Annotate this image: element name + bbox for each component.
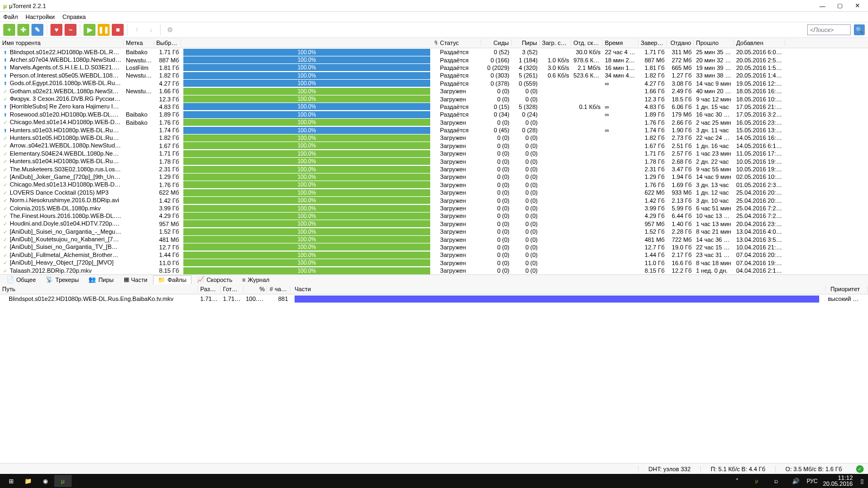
cell-done: 3.99 Гб [639, 205, 667, 211]
col-ul[interactable]: Отд. скор... [571, 40, 603, 46]
done-icon: ✓ [2, 190, 9, 196]
move-down-button[interactable]: ↓ [145, 24, 157, 36]
fcol-pct[interactable]: % [244, 286, 267, 292]
tab-files[interactable]: 📁Файлы [153, 275, 192, 284]
add-torrent-button[interactable]: + [3, 24, 15, 36]
table-row[interactable]: ✓Chicago.Med.s01e14.HD1080p.WEB-DL.Rus.E… [0, 119, 868, 126]
table-row[interactable]: ✓[AniDub]_Fullmetal_Alchemist_Brotherhoo… [0, 251, 868, 259]
remove-button[interactable]: ♥ [50, 24, 62, 36]
col-eta[interactable]: Время [603, 40, 639, 46]
cell-progress: 100.0% [181, 103, 432, 110]
cell-sel: 1.71 Гб [154, 150, 181, 157]
table-row[interactable]: ✓Arrow..s04e21.WEBDL.1080p.NewStudio.TV.… [0, 142, 868, 150]
table-row[interactable]: ✓Chicago.Med.s01e13.HD1080p.WEB-DL.Rus.E… [0, 181, 868, 189]
col-pct[interactable]: % [432, 40, 438, 46]
col-label[interactable]: Метка [124, 40, 154, 46]
pause-button[interactable]: ❚❚ [98, 24, 110, 36]
menubar: Файл Настройки Справка [0, 12, 868, 22]
fcol-path[interactable]: Путь [0, 286, 198, 292]
col-status[interactable]: Статус [438, 40, 481, 46]
table-row[interactable]: ⬆Archer.s07e04.WEBDL.1080p.NewStudio.TV.… [0, 56, 868, 63]
table-row[interactable]: ⬆Blindspot.s01e22.HD1080p.WEB-DL.Rus.Eng… [0, 48, 868, 56]
col-seeds[interactable]: Сиды [481, 40, 512, 46]
cell-name: ✓Hunters.s01e05.HD1080p.WEB-DL.Rus.Eng.B… [0, 134, 124, 142]
menu-help[interactable]: Справка [62, 14, 86, 20]
table-row[interactable]: ✓Gotham.s02e21.WEBDL.1080p.NewStudio.TV.… [0, 87, 868, 95]
cell-from: 5.99 Гб [667, 205, 694, 211]
table-row[interactable]: ✓Colonia.2015.WEB-DL.1080p.mkv3.99 Гб100… [0, 204, 868, 212]
move-up-button[interactable]: ↑ [131, 24, 143, 36]
table-row[interactable]: ✓[AniDub]_Suisei_no_Gargantia_-_Meguru_K… [0, 228, 868, 235]
table-row[interactable]: ✓Houdini.and.Doyle.s01e04.HDTV.720p.NewS… [0, 220, 868, 228]
cell-peers: 0 (0) [512, 182, 540, 188]
table-row[interactable]: ✓Hunters.s01e04.HD1080p.WEB-DL.Rus.Eng.B… [0, 157, 868, 165]
tab-pieces[interactable]: ▦Части [119, 275, 152, 284]
cell-done: 1.52 Гб [639, 228, 667, 235]
fcol-ready[interactable]: Готово [221, 286, 244, 292]
col-done[interactable]: Завершено [639, 40, 667, 46]
maximize-button[interactable]: ▢ [832, 2, 847, 10]
table-row[interactable]: ✓[AniDub]_Joker_Game_[720p]_[9th_Unknown… [0, 173, 868, 181]
file-ready: 1.71 Гб [221, 296, 244, 302]
done-icon: ✓ [2, 206, 9, 212]
done-icon: ✓ [2, 158, 9, 165]
table-row[interactable]: ⬆Rosewood.s01e20.HD1080p.WEB-DL.Rus.Eng.… [0, 111, 868, 118]
menu-settings[interactable]: Настройки [25, 14, 55, 20]
settings-button[interactable]: ⚙ [164, 24, 176, 36]
table-row[interactable]: ⬆Person.of.Interest.s05e05.WEBDL.1080p.N… [0, 72, 868, 79]
tab-speed[interactable]: 📈Скорость [193, 275, 237, 284]
col-selected[interactable]: Выбрано [154, 40, 181, 46]
table-row[interactable]: ⬆Hunters.s01e03.HD1080p.WEB-DL.Rus.Eng.B… [0, 126, 868, 134]
cell-peers: 0 (0) [512, 189, 540, 196]
table-row[interactable]: ✓[AniDub]_Heavy_Object_[720p]_[MVO]11.0 … [0, 259, 868, 267]
table-row[interactable]: ✓Физрук. 3 Сезон.2016.DVB.RG Русские сер… [0, 95, 868, 102]
menu-file[interactable]: Файл [3, 14, 18, 20]
cell-past: 22 час 15 мин [694, 244, 734, 251]
tab-general[interactable]: 📄Общее [2, 275, 40, 284]
col-dl[interactable]: Загр. скор... [540, 40, 571, 46]
tab-peers[interactable]: 👥Пиры [84, 275, 118, 284]
table-row[interactable]: ✓Norm.i.Nesokrushimye.2016.D.BDRip.avi1.… [0, 196, 868, 204]
fcol-size[interactable]: Размер [198, 286, 221, 292]
col-added[interactable]: Добавлен [734, 40, 785, 46]
table-row[interactable]: ✓[AniDub]_Suisei_no_Gargantia_TV_[BDRip7… [0, 243, 868, 251]
cell-peers: 0 (0) [512, 119, 540, 126]
table-row[interactable]: ✓The.Finest.Hours.2016.1080p.WEB-DL.DD5.… [0, 212, 868, 220]
tab-log[interactable]: ≡Журнал [238, 276, 274, 284]
delete-button[interactable]: − [65, 24, 76, 36]
search-icon[interactable]: 🔍 [854, 24, 865, 35]
table-row[interactable]: ⬆Gods.of.Egypt.2016.1080p.WEB-DL.Rus.HDC… [0, 80, 868, 87]
stop-button[interactable]: ■ [112, 24, 124, 36]
cell-past: 9 час 55 мин [694, 166, 734, 172]
minimize-button[interactable]: — [815, 2, 830, 10]
window-title: μTorrent 2.2.1 [9, 3, 46, 9]
table-row[interactable]: ✓LOVERS Dance Cocktail (2015) MP3622 Мб1… [0, 189, 868, 196]
table-row[interactable]: ✓The.Musketeers.S03E02.1080p.rus.LostFil… [0, 165, 868, 173]
cell-peers: 0 (0) [512, 134, 540, 141]
table-row[interactable]: ✓Elementary.S04E24.WEBDL.1080p.NewStudio… [0, 150, 868, 157]
cell-past: 25 мин 35 сек [694, 49, 734, 55]
table-row[interactable]: ⬆[HorribleSubs] Re Zero kara Hajimeru Is… [0, 103, 868, 111]
file-row[interactable]: Blindspot.s01e22.HD1080p.WEB-DL.Rus.Eng.… [0, 294, 868, 303]
search-input[interactable] [807, 24, 851, 35]
fcol-np[interactable]: # частей [267, 286, 290, 292]
col-past[interactable]: Прошло [694, 40, 734, 46]
fcol-parts[interactable]: Части [290, 286, 826, 292]
add-url-button[interactable]: ✚ [17, 24, 29, 36]
cell-sel: 1.76 Гб [154, 119, 181, 126]
cell-done: 957 Мб [639, 221, 667, 227]
table-row[interactable]: ✓[AniDub]_Koutetsujou_no_Kabaneri_[720p]… [0, 235, 868, 243]
cell-done: 12.3 Гб [639, 96, 667, 102]
start-button[interactable]: ▶ [84, 24, 95, 36]
fcol-prio[interactable]: Приоритет [826, 286, 868, 292]
col-peers[interactable]: Пиры [512, 40, 540, 46]
col-from[interactable]: Отдано [667, 40, 694, 46]
create-torrent-button[interactable]: ✎ [31, 24, 43, 36]
close-button[interactable]: ✕ [850, 2, 865, 10]
table-row[interactable]: ✓Talaash.2012.BDRip.720p.mkv8.15 Гб100.0… [0, 267, 868, 274]
tab-trackers[interactable]: 📡Трекеры [41, 275, 83, 284]
cell-status: Загружен [438, 244, 481, 251]
table-row[interactable]: ✓Hunters.s01e05.HD1080p.WEB-DL.Rus.Eng.B… [0, 134, 868, 142]
table-row[interactable]: ⬆Marvels.Agents.of.S.H.I.E.L.D.S03E21.10… [0, 64, 868, 72]
col-name[interactable]: Имя торрента [0, 40, 124, 46]
